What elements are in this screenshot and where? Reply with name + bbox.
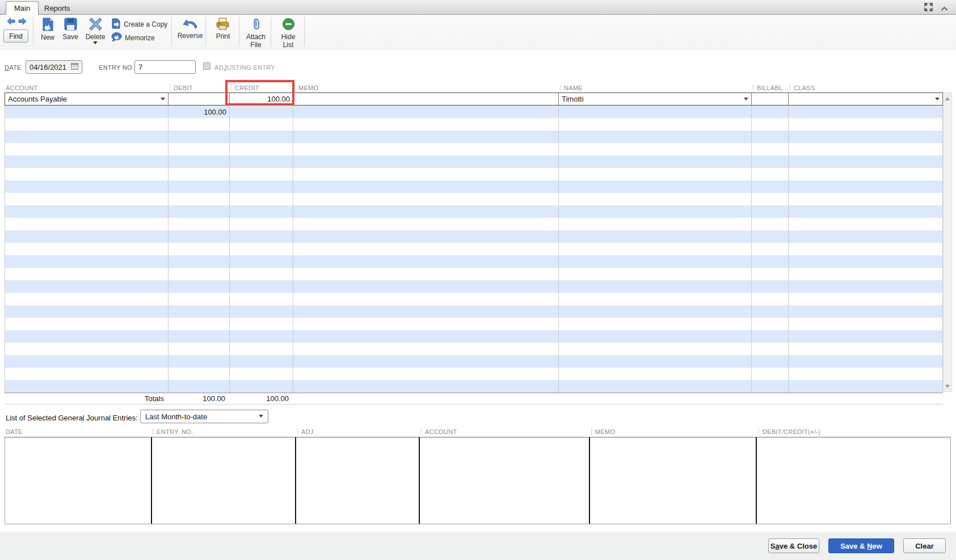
cell-name[interactable] [559,268,752,280]
cell-billable[interactable] [752,130,789,143]
cell-debit[interactable] [169,280,230,293]
column-drag-handle[interactable] [560,85,561,91]
cell-account[interactable] [5,318,169,330]
cell-account[interactable] [5,243,169,255]
cell-billable[interactable] [752,218,789,230]
cell-name[interactable] [559,355,752,368]
chevron-up-icon[interactable] [941,3,948,14]
cell-name[interactable] [559,293,752,305]
cell-debit[interactable] [169,330,230,343]
clear-button[interactable]: Clear [903,538,946,553]
cell-memo[interactable] [293,155,559,168]
cell-billable[interactable] [752,143,789,155]
cell-billable[interactable] [752,268,789,280]
column-drag-handle[interactable] [297,429,298,435]
tab-reports[interactable]: Reports [36,1,78,15]
entry-no-input[interactable]: 7 [134,60,196,74]
cell-credit[interactable] [230,230,293,243]
cell-memo[interactable] [293,93,559,105]
dropdown-caret-icon[interactable] [935,98,940,103]
cell-account[interactable] [5,230,169,243]
delete-button[interactable]: Delete [83,18,108,47]
cell-memo[interactable] [293,330,559,343]
cell-memo[interactable] [293,368,559,380]
cell-name[interactable] [559,243,752,255]
cell-memo[interactable] [293,343,559,355]
cell-name[interactable]: Timotti [559,93,752,105]
date-input[interactable]: 04/16/2021 [26,60,82,74]
cell-class[interactable] [789,193,943,205]
column-drag-handle[interactable] [294,85,296,91]
cell-name[interactable] [559,218,752,230]
cell-billable[interactable] [752,243,789,255]
scroll-up-button[interactable] [944,93,951,102]
reverse-button[interactable]: Reverse [176,18,204,39]
cell-memo[interactable] [293,355,559,368]
cell-memo[interactable] [293,255,559,268]
column-drag-handle[interactable] [790,85,791,91]
cell-debit[interactable] [169,230,230,243]
back-arrow-icon[interactable] [7,17,15,27]
cell-class[interactable] [789,355,943,368]
column-drag-handle[interactable] [753,85,754,91]
cell-account[interactable] [5,355,169,368]
cell-billable[interactable] [752,93,789,105]
cell-memo[interactable] [293,180,559,193]
column-drag-handle[interactable] [170,85,171,91]
cell-billable[interactable] [752,193,789,205]
cell-class[interactable] [789,218,943,230]
cell-billable[interactable] [752,155,789,168]
cell-debit[interactable] [169,168,230,180]
grid-scrollbar[interactable] [943,92,952,392]
cell-account[interactable] [5,168,169,180]
cell-debit[interactable] [169,180,230,193]
cell-name[interactable] [559,330,752,343]
cell-credit[interactable] [230,155,293,168]
cell-credit[interactable] [230,118,293,130]
cell-memo[interactable] [293,205,559,218]
cell-memo[interactable] [293,318,559,330]
cell-memo[interactable] [293,230,559,243]
cell-billable[interactable] [752,293,789,305]
cell-debit[interactable] [169,268,230,280]
cell-class[interactable] [789,118,943,130]
cell-class[interactable] [789,380,943,393]
cell-name[interactable] [559,230,752,243]
cell-credit[interactable] [230,268,293,280]
hide-list-button[interactable]: Hide List [275,18,301,48]
cell-class[interactable] [789,205,943,218]
forward-arrow-icon[interactable] [18,17,27,27]
cell-class[interactable] [789,330,943,343]
cell-name[interactable] [559,380,752,393]
expand-icon[interactable] [924,3,933,14]
cell-credit[interactable] [230,180,293,193]
calendar-icon[interactable] [71,62,78,71]
cell-debit[interactable] [169,243,230,255]
cell-class[interactable] [789,155,943,168]
cell-debit[interactable] [169,155,230,168]
cell-credit[interactable] [230,143,293,155]
dropdown-caret-icon[interactable] [161,98,165,103]
cell-memo[interactable] [293,130,559,143]
cell-name[interactable] [559,155,752,168]
cell-credit[interactable] [230,193,293,205]
cell-debit[interactable] [169,293,230,305]
cell-class[interactable] [789,106,943,118]
cell-debit[interactable] [169,93,230,105]
date-range-filter-dropdown[interactable]: Last Month-to-date [140,410,268,423]
cell-account[interactable] [5,180,169,193]
cell-name[interactable] [559,318,752,330]
cell-memo[interactable] [293,268,559,280]
column-drag-handle[interactable] [591,429,592,435]
cell-billable[interactable] [752,255,789,268]
cell-name[interactable] [559,305,752,318]
cell-account[interactable] [5,218,169,230]
cell-credit[interactable]: 100.00 [230,93,293,105]
cell-account[interactable] [5,143,169,155]
cell-billable[interactable] [752,118,789,130]
cell-class[interactable] [789,243,943,255]
cell-credit[interactable] [230,243,293,255]
cell-debit[interactable] [169,218,230,230]
cell-name[interactable] [559,143,752,155]
cell-memo[interactable] [293,193,559,205]
